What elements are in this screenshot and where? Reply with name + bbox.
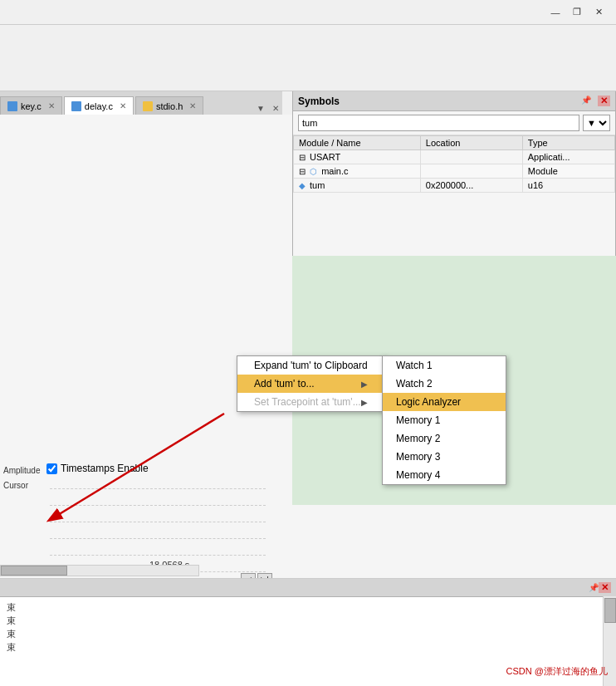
context-expand-item[interactable]: Expand 'tum' to Clipboard xyxy=(237,356,384,375)
symbols-search-bar: ▼ xyxy=(293,111,615,135)
tab-label-stdio: stdio.h xyxy=(156,101,183,111)
col-location: Location xyxy=(420,136,522,150)
tree-usart: ⊟ USART xyxy=(294,150,421,164)
waveform-line-3 xyxy=(50,522,266,522)
minimize-button[interactable]: — xyxy=(545,4,566,21)
maximize-button[interactable]: ❐ xyxy=(566,4,588,21)
bottom-text-content: 束 束 束 束 xyxy=(0,597,22,686)
main-area: Symbols 📌 ✕ ▼ Module / Name Location Typ… xyxy=(0,115,616,686)
bottom-line-1: 束 xyxy=(7,600,16,614)
timestamps-label: Timestamps Enable xyxy=(61,463,149,474)
tab-close-key[interactable]: ✕ xyxy=(48,101,55,110)
submenu-watch1[interactable]: Watch 1 xyxy=(383,356,506,375)
submenu-memory2[interactable]: Memory 2 xyxy=(383,429,506,448)
tab-close-stdio[interactable]: ✕ xyxy=(189,101,196,110)
symbols-header: Symbols 📌 ✕ xyxy=(293,91,615,111)
tum-type: u16 xyxy=(522,179,614,193)
toolbar-area xyxy=(0,25,616,91)
bottom-panel-header: 📌 ✕ xyxy=(0,579,616,597)
tab-overflow-button[interactable]: ▼ xyxy=(254,101,267,115)
context-add-arrow: ▶ xyxy=(361,380,368,389)
submenu-memory3[interactable]: Memory 3 xyxy=(383,448,506,466)
submenu: Watch 1 Watch 2 Logic Analyzer Memory 1 … xyxy=(382,355,506,485)
close-button[interactable]: ✕ xyxy=(588,4,609,21)
tab-stdio-h[interactable]: stdio.h ✕ xyxy=(135,96,203,115)
watermark: CSDN @漂洋过海的鱼儿 xyxy=(506,665,608,678)
tab-label-delay: delay.c xyxy=(85,101,113,111)
submenu-logic-analyzer[interactable]: Logic Analyzer xyxy=(383,393,506,411)
tab-icon-key xyxy=(7,101,17,111)
waveform-line-1 xyxy=(50,488,266,489)
waveform-line-2 xyxy=(50,505,266,506)
symbols-dropdown[interactable]: ▼ xyxy=(583,115,610,131)
symbols-panel: Symbols 📌 ✕ ▼ Module / Name Location Typ… xyxy=(292,91,616,274)
tum-location: 0x200000... xyxy=(420,179,522,193)
symbols-title: Symbols xyxy=(298,96,340,107)
bottom-panel-pin[interactable]: 📌 xyxy=(589,583,599,592)
submenu-memory1[interactable]: Memory 1 xyxy=(383,411,506,429)
col-type: Type xyxy=(522,136,614,150)
table-row-usart: ⊟ USART Applicati... xyxy=(294,150,615,164)
logic-labels: Amplitude Cursor xyxy=(3,463,40,493)
bottom-scrollbar-thumb[interactable] xyxy=(604,598,616,623)
bottom-line-2: 束 xyxy=(7,614,16,627)
bottom-line-3: 束 xyxy=(7,627,16,640)
col-module-name: Module / Name xyxy=(294,136,421,150)
type-application: Applicati... xyxy=(522,150,614,164)
waveform-line-4 xyxy=(50,538,266,539)
tree-tum: ◆ tum xyxy=(294,179,421,193)
tab-icon-stdio xyxy=(143,101,153,111)
submenu-watch2[interactable]: Watch 2 xyxy=(383,375,506,393)
cursor-label: Cursor xyxy=(3,478,40,493)
bottom-line-4: 束 xyxy=(7,640,16,654)
context-set-item[interactable]: Set Tracepoint at 'tum'... ▶ xyxy=(237,393,384,411)
context-set-arrow: ▶ xyxy=(361,398,368,407)
context-menu: Expand 'tum' to Clipboard Add 'tum' to..… xyxy=(237,355,385,412)
tab-key-c[interactable]: key.c ✕ xyxy=(0,96,62,115)
table-row-tum: ◆ tum 0x200000... u16 xyxy=(294,179,615,193)
symbols-header-controls: 📌 ✕ xyxy=(581,96,610,106)
tab-controls: ▼ ✕ xyxy=(254,101,282,115)
symbols-close-button[interactable]: ✕ xyxy=(598,96,610,106)
waveform-line-5 xyxy=(50,555,266,556)
symbols-pin-button[interactable]: 📌 xyxy=(581,96,591,106)
symbols-table: Module / Name Location Type ⊟ USART Appl… xyxy=(293,135,615,193)
tab-bar: key.c ✕ delay.c ✕ stdio.h ✕ ▼ ✕ xyxy=(0,91,282,115)
tab-icon-delay xyxy=(71,101,81,111)
context-add-item[interactable]: Add 'tum' to... ▶ xyxy=(237,375,384,393)
type-module: Module xyxy=(522,164,614,179)
horizontal-scrollbar[interactable] xyxy=(0,565,199,576)
timestamps-control: Timestamps Enable xyxy=(46,463,149,474)
amplitude-label: Amplitude xyxy=(3,463,40,478)
tab-delay-c[interactable]: delay.c ✕ xyxy=(64,96,134,115)
timestamps-checkbox[interactable] xyxy=(46,463,57,474)
submenu-memory4[interactable]: Memory 4 xyxy=(383,466,506,484)
title-bar: — ❐ ✕ xyxy=(0,0,616,25)
bottom-panel-close[interactable]: ✕ xyxy=(599,582,611,593)
tab-label-key: key.c xyxy=(21,101,42,111)
h-scrollbar-thumb[interactable] xyxy=(1,566,67,576)
table-row-mainc: ⊟ ⬡ main.c Module xyxy=(294,164,615,179)
tab-close-all-button[interactable]: ✕ xyxy=(269,101,282,115)
tab-close-delay[interactable]: ✕ xyxy=(120,101,126,110)
tree-mainc: ⊟ ⬡ main.c xyxy=(294,164,421,179)
symbols-search-input[interactable] xyxy=(298,115,579,131)
